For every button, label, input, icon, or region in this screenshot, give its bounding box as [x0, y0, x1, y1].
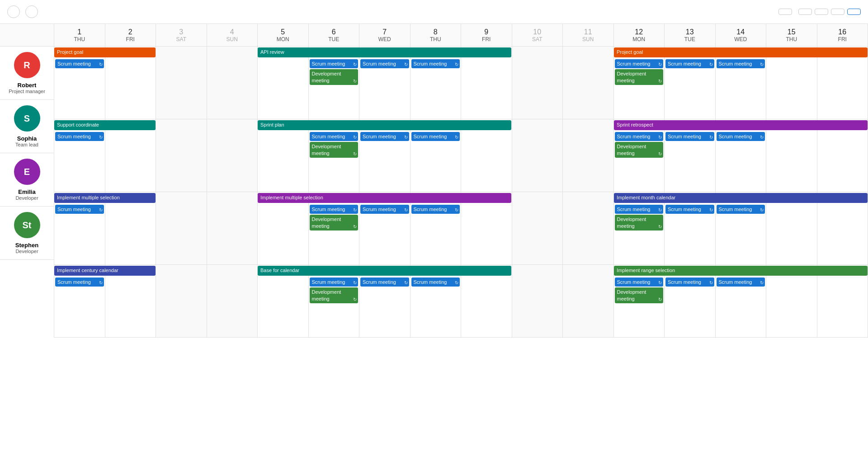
scrum-meeting-event[interactable]: Scrum meeting ↻ [665, 278, 714, 287]
day-cell-emilia-14: Scrum meeting ↻ [716, 192, 767, 264]
day-cell-emilia-1: Scrum meeting ↻ [54, 192, 105, 264]
recur-icon: ↻ [455, 61, 458, 67]
recur-icon: ↻ [760, 280, 764, 286]
day-header-8: 8THU [410, 24, 462, 46]
recur-icon: ↻ [658, 61, 662, 67]
prev-button[interactable] [7, 5, 20, 18]
scrum-meeting-event[interactable]: Scrum meeting ↻ [717, 132, 765, 141]
avatar-sophia: S [14, 105, 40, 132]
scrum-meeting-event[interactable]: Scrum meeting ↻ [665, 132, 714, 141]
next-button[interactable] [25, 5, 38, 18]
day-header-4: 4SUN [207, 24, 258, 46]
development-meeting-event[interactable]: Development meeting ↻ [615, 69, 664, 85]
day-cell-stephen-8: Scrum meeting ↻ [410, 265, 462, 337]
recur-icon: ↻ [658, 280, 662, 286]
scrum-meeting-event[interactable]: Scrum meeting ↻ [717, 205, 765, 214]
people-sidebar: R Robert Project manager S Sophia Team l… [0, 24, 54, 338]
day-cell-sophia-14: Scrum meeting ↻ [716, 119, 767, 192]
day-header-6: 6TUE [309, 24, 360, 46]
day-cell-sophia-5 [258, 119, 309, 192]
person-cell-sophia: S Sophia Team lead [0, 100, 54, 153]
day-headers: 1THU2FRI3SAT4SUN5MON6TUE7WED8THU9FRI10SA… [54, 24, 868, 47]
view-timeline-week[interactable] [815, 9, 828, 15]
scrum-meeting-event[interactable]: Scrum meeting ↻ [411, 59, 460, 68]
day-cell-emilia-3 [156, 192, 207, 264]
scrum-meeting-event[interactable]: Scrum meeting ↻ [310, 278, 359, 287]
day-cell-sophia-10 [512, 119, 563, 192]
recur-icon: ↻ [709, 134, 713, 140]
view-timeline-day[interactable] [798, 9, 812, 15]
today-button[interactable] [778, 9, 792, 15]
day-cell-robert-16 [817, 47, 868, 119]
scrum-meeting-event[interactable]: Scrum meeting ↻ [411, 132, 460, 141]
day-cell-sophia-16 [817, 119, 868, 192]
view-timeline-month[interactable] [847, 9, 861, 15]
development-meeting-event[interactable]: Development meeting ↻ [310, 287, 359, 303]
day-header-11: 11SUN [563, 24, 614, 46]
grid-area: 1THU2FRI3SAT4SUN5MON6TUE7WED8THU9FRI10SA… [54, 24, 868, 338]
day-cell-stephen-14: Scrum meeting ↻ [716, 265, 767, 337]
development-meeting-event[interactable]: Development meeting ↻ [615, 142, 664, 158]
scrum-meeting-event[interactable]: Scrum meeting ↻ [717, 59, 765, 68]
scrum-meeting-event[interactable]: Scrum meeting ↻ [360, 132, 409, 141]
day-cell-emilia-10 [512, 192, 563, 264]
day-cell-stephen-15 [766, 265, 817, 337]
scrum-meeting-event[interactable]: Scrum meeting ↻ [615, 278, 664, 287]
person-row-stephen: Scrum meeting ↻Scrum meeting ↻Developmen… [54, 265, 868, 338]
development-meeting-event[interactable]: Development meeting ↻ [310, 142, 359, 158]
day-cell-stephen-13: Scrum meeting ↻ [665, 265, 716, 337]
person-rows: Scrum meeting ↻Scrum meeting ↻Developmen… [54, 47, 868, 338]
person-row-robert: Scrum meeting ↻Scrum meeting ↻Developmen… [54, 47, 868, 119]
day-header-2: 2FRI [105, 24, 156, 46]
recur-icon: ↻ [99, 61, 103, 67]
day-cell-robert-15 [766, 47, 817, 119]
day-cell-stephen-6: Scrum meeting ↻Development meeting ↻ [309, 265, 360, 337]
day-cell-robert-12: Scrum meeting ↻Development meeting ↻ [614, 47, 665, 119]
scrum-meeting-event[interactable]: Scrum meeting ↻ [615, 205, 664, 214]
scrum-meeting-event[interactable]: Scrum meeting ↻ [360, 278, 409, 287]
day-cell-stephen-12: Scrum meeting ↻Development meeting ↻ [614, 265, 665, 337]
day-cell-robert-14: Scrum meeting ↻ [716, 47, 767, 119]
scrum-meeting-event[interactable]: Scrum meeting ↻ [665, 59, 714, 68]
scrum-meeting-event[interactable]: Scrum meeting ↻ [310, 132, 359, 141]
day-cell-sophia-7: Scrum meeting ↻ [359, 119, 410, 192]
person-cell-robert: R Robert Project manager [0, 47, 54, 100]
recur-icon: ↻ [658, 296, 662, 302]
scrum-meeting-event[interactable]: Scrum meeting ↻ [665, 205, 714, 214]
person-name-emilia: Emilia [18, 188, 35, 195]
scrum-meeting-event[interactable]: Scrum meeting ↻ [615, 59, 664, 68]
development-meeting-event[interactable]: Development meeting ↻ [615, 287, 664, 303]
development-meeting-event[interactable]: Development meeting ↻ [310, 69, 359, 85]
day-cell-emilia-6: Scrum meeting ↻Development meeting ↻ [309, 192, 360, 264]
scrum-meeting-event[interactable]: Scrum meeting ↻ [310, 59, 359, 68]
day-cell-emilia-5 [258, 192, 309, 264]
recur-icon: ↻ [404, 134, 408, 140]
day-cell-robert-11 [563, 47, 614, 119]
day-header-12: 12MON [614, 24, 665, 46]
scrum-meeting-event[interactable]: Scrum meeting ↻ [411, 205, 460, 214]
person-row-sophia: Scrum meeting ↻Scrum meeting ↻Developmen… [54, 119, 868, 192]
scrum-meeting-event[interactable]: Scrum meeting ↻ [55, 132, 104, 141]
day-cell-stephen-7: Scrum meeting ↻ [359, 265, 410, 337]
development-meeting-event[interactable]: Development meeting ↻ [615, 215, 664, 230]
recur-icon: ↻ [353, 151, 357, 157]
recur-icon: ↻ [353, 280, 357, 286]
day-cell-sophia-6: Scrum meeting ↻Development meeting ↻ [309, 119, 360, 192]
scrum-meeting-event[interactable]: Scrum meeting ↻ [310, 205, 359, 214]
day-header-5: 5MON [258, 24, 309, 46]
scrum-meeting-event[interactable]: Scrum meeting ↻ [55, 205, 104, 214]
scrum-meeting-event[interactable]: Scrum meeting ↻ [615, 132, 664, 141]
scrum-meeting-event[interactable]: Scrum meeting ↻ [55, 278, 104, 287]
scrum-meeting-event[interactable]: Scrum meeting ↻ [411, 278, 460, 287]
development-meeting-event[interactable]: Development meeting ↻ [310, 215, 359, 230]
scrum-meeting-event[interactable]: Scrum meeting ↻ [360, 59, 409, 68]
day-cell-emilia-11 [563, 192, 614, 264]
day-cell-robert-8: Scrum meeting ↻ [410, 47, 462, 119]
day-cell-stephen-10 [512, 265, 563, 337]
scrum-meeting-event[interactable]: Scrum meeting ↻ [717, 278, 765, 287]
day-cell-robert-2 [105, 47, 156, 119]
scrum-meeting-event[interactable]: Scrum meeting ↻ [55, 59, 104, 68]
scrum-meeting-event[interactable]: Scrum meeting ↻ [360, 205, 409, 214]
view-timeline-work-week[interactable] [831, 9, 844, 15]
day-cell-stephen-1: Scrum meeting ↻ [54, 265, 105, 337]
